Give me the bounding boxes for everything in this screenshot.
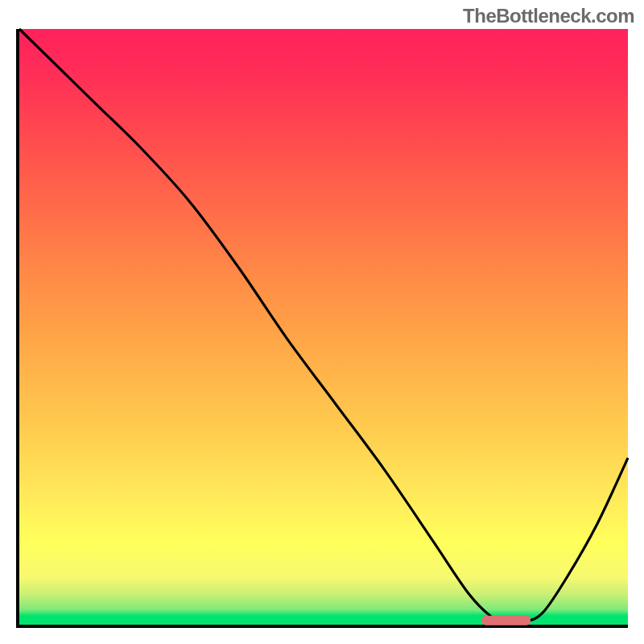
plot-area: [16, 29, 628, 628]
curve-overlay: [19, 29, 628, 625]
bottleneck-curve: [19, 29, 628, 622]
watermark-text: TheBottleneck.com: [463, 5, 634, 27]
optimal-zone-marker: [482, 616, 530, 625]
